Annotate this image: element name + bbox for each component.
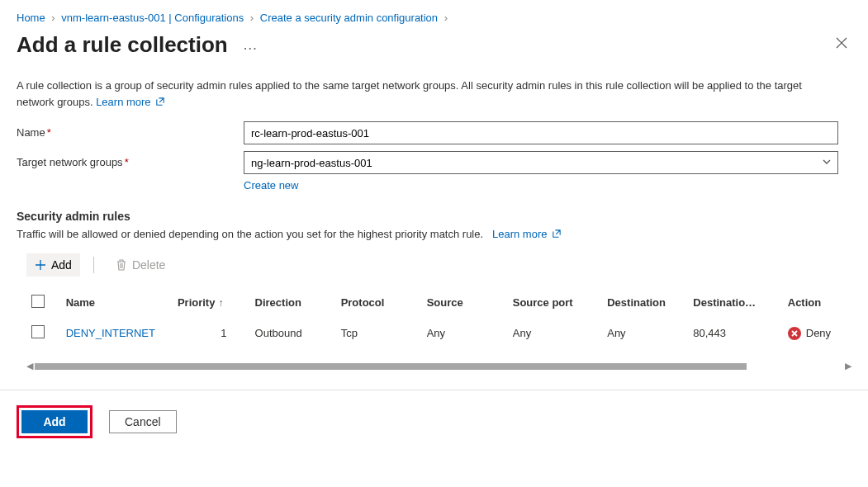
cancel-button[interactable]: Cancel: [109, 410, 177, 433]
breadcrumb: Home › vnm-learn-eastus-001 | Configurat…: [17, 8, 851, 31]
column-destination[interactable]: Destination: [602, 288, 688, 317]
scroll-left-icon[interactable]: ◀: [26, 361, 33, 371]
column-priority[interactable]: Priority↑: [173, 288, 250, 317]
learn-more-link[interactable]: Learn more: [96, 96, 164, 108]
column-action[interactable]: Action: [783, 288, 851, 317]
target-groups-label: Target network groups*: [17, 151, 244, 168]
add-button[interactable]: Add: [21, 410, 88, 433]
column-protocol[interactable]: Protocol: [336, 288, 422, 317]
chevron-right-icon: ›: [247, 12, 257, 24]
more-actions-button[interactable]: …: [228, 36, 259, 54]
toolbar-delete-button: Delete: [107, 253, 173, 277]
breadcrumb-level2[interactable]: Create a security admin configuration: [260, 12, 438, 24]
external-link-icon: [553, 228, 561, 236]
trash-icon: [116, 259, 127, 271]
scroll-right-icon[interactable]: ▶: [845, 361, 851, 371]
toolbar-add-button[interactable]: Add: [26, 253, 80, 277]
toolbar-separator: [93, 257, 94, 273]
rules-section-desc: Traffic will be allowed or denied depend…: [17, 228, 851, 240]
row-checkbox[interactable]: [31, 325, 45, 338]
chevron-right-icon: ›: [48, 12, 58, 24]
chevron-right-icon: ›: [441, 12, 451, 24]
column-source[interactable]: Source: [422, 288, 508, 317]
sort-asc-icon: ↑: [215, 297, 223, 309]
breadcrumb-home[interactable]: Home: [17, 12, 45, 24]
breadcrumb-level1[interactable]: vnm-learn-eastus-001 | Configurations: [61, 12, 244, 24]
rule-priority: 1: [173, 317, 250, 349]
column-direction[interactable]: Direction: [250, 288, 336, 317]
select-all-checkbox[interactable]: [31, 295, 45, 308]
rule-name-link[interactable]: DENY_INTERNET: [66, 327, 155, 339]
page-title: Add a rule collection: [17, 32, 228, 58]
target-groups-select[interactable]: [244, 151, 838, 174]
column-name[interactable]: Name: [61, 288, 173, 317]
column-source-port[interactable]: Source port: [508, 288, 602, 317]
rule-dest-port: 80,443: [688, 317, 782, 349]
external-link-icon: [156, 94, 164, 102]
name-input[interactable]: [244, 121, 838, 144]
rule-destination: Any: [602, 317, 688, 349]
name-label: Name*: [17, 121, 244, 139]
description-text: A rule collection is a group of security…: [17, 78, 842, 121]
create-new-link[interactable]: Create new: [244, 179, 298, 191]
rules-section-title: Security admin rules: [17, 210, 851, 223]
rules-table: Name Priority↑ Direction Protocol Source…: [26, 288, 851, 349]
table-row[interactable]: DENY_INTERNET 1 Outbound Tcp Any Any Any…: [26, 317, 851, 349]
add-button-highlight: Add: [17, 405, 92, 438]
rules-learn-more-link[interactable]: Learn more: [489, 228, 561, 240]
rule-source-port: Any: [508, 317, 602, 349]
plus-icon: [35, 259, 46, 271]
rule-protocol: Tcp: [336, 317, 422, 349]
deny-icon: [788, 327, 801, 340]
column-dest-port[interactable]: Destinatio…: [688, 288, 782, 317]
rule-source: Any: [422, 317, 508, 349]
rule-action: Deny: [788, 327, 831, 340]
close-icon[interactable]: [832, 36, 851, 54]
rule-direction: Outbound: [250, 317, 336, 349]
horizontal-scrollbar[interactable]: ◀ ▶: [26, 361, 851, 371]
